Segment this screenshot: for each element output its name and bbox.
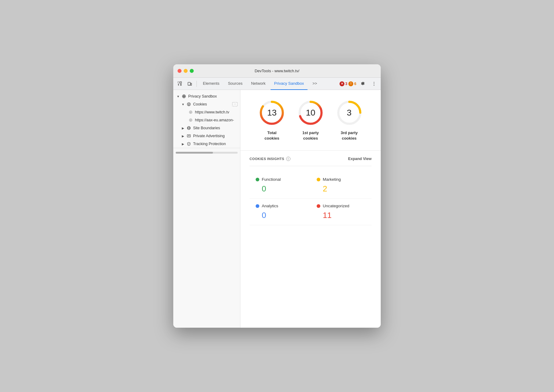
stat-first-party-label: 1st partycookies — [302, 130, 319, 141]
insights-title: COOKIES INSIGHTS i — [250, 157, 290, 161]
settings-icon[interactable] — [359, 80, 367, 88]
analytics-value: 0 — [256, 211, 304, 220]
site-boundaries-icon — [186, 125, 192, 131]
insight-uncategorized-header: Uncategorized — [317, 204, 365, 208]
stat-third-party: 3 3rd partycookies — [336, 99, 363, 141]
sidebar-item-privacy-sandbox[interactable]: ▼ Privacy Sandbox — [173, 92, 240, 100]
stat-total: 13 Totalcookies — [258, 99, 286, 141]
svg-point-19 — [189, 111, 192, 114]
svg-point-10 — [374, 83, 374, 84]
sidebar-item-amazon[interactable]: https://aax-eu.amazon- — [173, 116, 240, 124]
cookies-icon — [186, 102, 192, 107]
minimize-button[interactable] — [184, 69, 188, 73]
title-bar: DevTools - www.twitch.tv/ — [173, 64, 381, 78]
stat-third-party-label: 3rd partycookies — [341, 130, 358, 141]
insights-section: COOKIES INSIGHTS i Expand View Functiona… — [240, 151, 381, 231]
private-advertising-icon — [186, 133, 192, 139]
window-title: DevTools - www.twitch.tv/ — [255, 69, 300, 73]
insight-analytics: Analytics 0 — [250, 199, 311, 225]
svg-line-28 — [189, 144, 189, 144]
sidebar-item-twitch[interactable]: https://www.twitch.tv — [173, 108, 240, 116]
marketing-dot — [317, 178, 320, 181]
tab-network[interactable]: Network — [247, 78, 269, 90]
svg-rect-0 — [178, 82, 179, 83]
more-icon[interactable] — [370, 80, 378, 88]
svg-rect-1 — [180, 82, 182, 83]
warning-badge[interactable]: ! 6 — [348, 81, 356, 86]
insight-analytics-header: Analytics — [256, 204, 304, 208]
analytics-dot — [256, 204, 259, 208]
window-controls — [178, 69, 194, 73]
content-area: 13 Totalcookies — [240, 90, 381, 328]
inspector-icon[interactable] — [176, 80, 184, 88]
insight-marketing-header: Marketing — [317, 177, 365, 182]
scrollbar-track — [176, 152, 238, 154]
sidebar: ▼ Privacy Sandbox ▼ — [173, 90, 240, 328]
svg-point-9 — [374, 82, 374, 82]
toolbar: Elements Sources Network Privacy Sandbox… — [173, 78, 381, 90]
tracking-protection-icon — [186, 141, 192, 147]
insights-divider — [250, 166, 372, 166]
marketing-value: 2 — [317, 184, 365, 194]
warning-icon: ! — [348, 81, 353, 86]
svg-point-21 — [191, 112, 191, 112]
expand-view-button[interactable]: Expand View — [348, 157, 372, 161]
stat-total-label: Totalcookies — [264, 130, 279, 141]
close-button[interactable] — [178, 69, 182, 73]
stat-third-party-number: 3 — [347, 108, 352, 118]
sidebar-scrollbar — [173, 148, 240, 157]
tab-sources[interactable]: Sources — [224, 78, 246, 90]
error-icon: ✕ — [340, 81, 344, 86]
functional-value: 0 — [256, 184, 304, 194]
svg-point-20 — [190, 112, 190, 112]
tab-more[interactable]: >> — [309, 78, 321, 90]
functional-dot — [256, 178, 259, 181]
error-badge[interactable]: ✕ 3 — [340, 81, 347, 86]
separator — [196, 81, 197, 87]
scrollbar-thumb — [176, 152, 213, 154]
svg-point-22 — [189, 119, 192, 122]
stat-first-party-number: 10 — [306, 108, 315, 118]
svg-point-18 — [189, 104, 190, 104]
privacy-sandbox-icon — [181, 94, 187, 99]
cookie-leaf-icon-2 — [188, 117, 193, 123]
insight-uncategorized: Uncategorized 11 — [311, 199, 372, 225]
main-area: ▼ Privacy Sandbox ▼ — [173, 90, 381, 328]
tab-privacy-sandbox[interactable]: Privacy Sandbox — [271, 78, 308, 90]
stat-total-number: 13 — [267, 108, 277, 118]
stat-first-party: 10 1st partycookies — [297, 99, 324, 141]
uncategorized-dot — [317, 204, 320, 208]
sidebar-item-site-boundaries[interactable]: ▶ Site Boundaries — [173, 124, 240, 132]
tree-toggle-cookies-icon: ▼ — [181, 102, 185, 107]
donut-total: 13 — [258, 99, 286, 127]
tree-toggle-site-icon: ▶ — [181, 126, 185, 130]
maximize-button[interactable] — [190, 69, 194, 73]
sidebar-item-tracking-protection[interactable]: ▶ Tracking Protection — [173, 140, 240, 148]
cookie-leaf-icon — [188, 109, 193, 115]
insights-header: COOKIES INSIGHTS i Expand View — [250, 157, 372, 161]
donut-third-party: 3 — [336, 99, 363, 127]
svg-point-11 — [374, 85, 374, 85]
tree-toggle-advertising-icon: ▶ — [181, 134, 185, 138]
cookies-summary: 13 Totalcookies — [240, 90, 381, 151]
svg-point-23 — [190, 120, 190, 120]
devtools-window: DevTools - www.twitch.tv/ Elements — [173, 64, 381, 328]
sidebar-item-cookies[interactable]: ▼ Cookies ⋯ — [173, 100, 240, 108]
device-icon[interactable] — [185, 80, 194, 88]
tree-toggle-icon: ▼ — [176, 94, 181, 99]
badge-group: ✕ 3 ! 6 — [340, 81, 356, 86]
insight-marketing: Marketing 2 — [311, 172, 372, 199]
tree-toggle-tracking-icon: ▶ — [181, 141, 185, 146]
uncategorized-value: 11 — [317, 211, 365, 220]
svg-rect-7 — [191, 83, 192, 85]
info-icon[interactable]: i — [286, 157, 290, 161]
tab-elements[interactable]: Elements — [199, 78, 223, 90]
insight-functional: Functional 0 — [250, 172, 311, 199]
toolbar-right: ✕ 3 ! 6 — [340, 80, 378, 88]
sidebar-item-private-advertising[interactable]: ▶ Private Advertising — [173, 132, 240, 140]
cookies-menu-icon[interactable]: ⋯ — [232, 102, 238, 106]
svg-point-17 — [188, 104, 189, 104]
insight-functional-header: Functional — [256, 177, 304, 182]
donut-first-party: 10 — [297, 99, 324, 127]
svg-point-24 — [191, 120, 191, 120]
